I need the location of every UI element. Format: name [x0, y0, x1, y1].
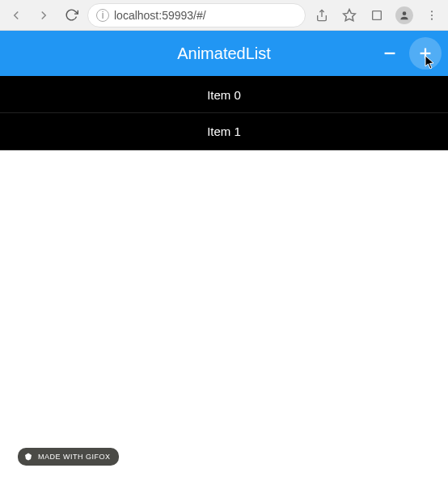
gifox-watermark: MADE WITH GIFOX [18, 448, 119, 466]
app-bar: AnimatedList [0, 31, 448, 76]
app-bar-actions [374, 31, 442, 76]
animated-list: Item 0Item 1 [0, 76, 448, 150]
add-item-button[interactable] [409, 37, 442, 70]
back-button[interactable] [5, 4, 27, 27]
address-bar[interactable]: i localhost:59993/#/ [87, 3, 306, 27]
kebab-menu-icon[interactable] [421, 4, 443, 27]
list-item[interactable]: Item 1 [0, 113, 448, 150]
extensions-icon[interactable] [366, 4, 388, 27]
svg-point-3 [403, 11, 407, 15]
svg-rect-2 [373, 11, 382, 19]
forward-button[interactable] [32, 4, 55, 27]
svg-point-4 [431, 11, 433, 12]
svg-point-5 [431, 14, 433, 15]
url-text: localhost:59993/#/ [114, 9, 297, 22]
watermark-text: MADE WITH GIFOX [38, 453, 111, 461]
profile-button[interactable] [393, 4, 416, 27]
svg-point-6 [431, 18, 433, 19]
browser-toolbar: i localhost:59993/#/ [0, 0, 448, 31]
svg-marker-1 [344, 9, 356, 20]
remove-item-button[interactable] [374, 37, 406, 70]
list-item[interactable]: Item 0 [0, 76, 448, 113]
gifox-logo-icon [23, 451, 34, 462]
site-info-icon[interactable]: i [96, 9, 109, 22]
bookmark-star-icon[interactable] [338, 4, 361, 27]
share-icon[interactable] [311, 4, 333, 27]
reload-button[interactable] [60, 4, 82, 27]
